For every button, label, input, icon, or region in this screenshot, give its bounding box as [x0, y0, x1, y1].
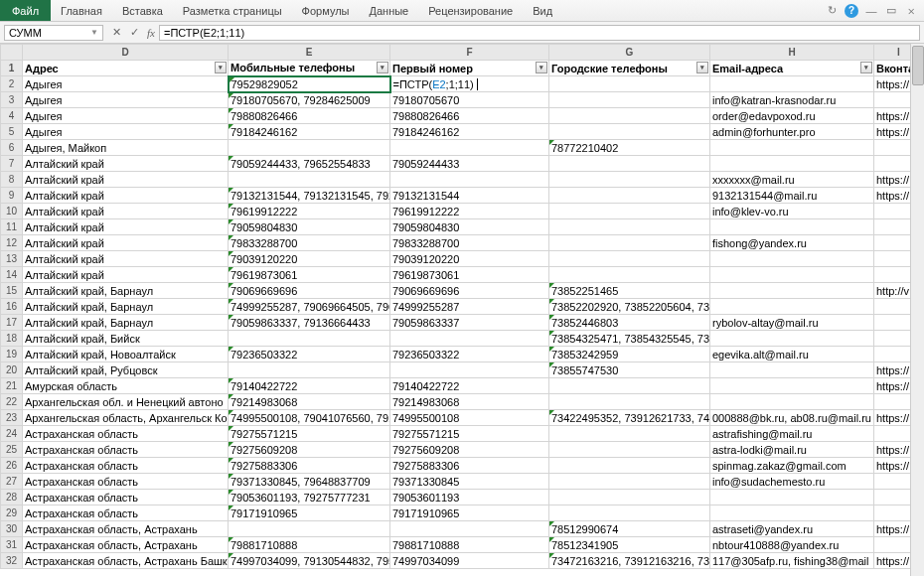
- row-header[interactable]: 31: [1, 537, 23, 553]
- cell[interactable]: 79619912222: [229, 204, 390, 219]
- cell[interactable]: Архангельская область, Архангельск Ко: [23, 410, 229, 426]
- cell[interactable]: 79039120220: [229, 251, 390, 267]
- cell[interactable]: [710, 267, 874, 283]
- cell[interactable]: 79059804830: [390, 219, 549, 235]
- cell[interactable]: rybolov-altay@mail.ru: [710, 315, 874, 331]
- cell[interactable]: =ПСТР(E2;1;11): [390, 76, 549, 92]
- cell[interactable]: [549, 394, 710, 410]
- cell[interactable]: 79236503322: [229, 347, 390, 362]
- cell[interactable]: 74995500108: [390, 410, 549, 426]
- scrollbar-thumb[interactable]: [912, 46, 924, 85]
- cell[interactable]: Архангельская обл. и Ненецкий автоно: [23, 394, 229, 410]
- row-header[interactable]: 9: [1, 188, 23, 204]
- ribbon-tab[interactable]: Рецензирование: [418, 2, 523, 20]
- cell[interactable]: 73852446803: [549, 315, 710, 331]
- col-header-F[interactable]: F: [390, 45, 549, 61]
- cell[interactable]: [549, 76, 710, 92]
- cell[interactable]: Адыгея: [23, 108, 229, 124]
- cell[interactable]: 79053601193, 79275777231: [229, 490, 390, 506]
- cell[interactable]: 79880826466: [229, 108, 390, 124]
- row-header[interactable]: 29: [1, 506, 23, 521]
- cell[interactable]: 79275571215: [229, 426, 390, 442]
- cell[interactable]: 79184246162: [390, 124, 549, 140]
- cell[interactable]: 79171910965: [229, 506, 390, 521]
- cell[interactable]: [710, 299, 874, 315]
- cell[interactable]: 74995500108, 79041076560, 7915: [229, 410, 390, 426]
- cell[interactable]: 79069669696: [229, 283, 390, 299]
- minimize-icon[interactable]: —: [864, 4, 878, 18]
- cell[interactable]: Алтайский край, Барнаул: [23, 299, 229, 315]
- cell[interactable]: 79619912222: [390, 204, 549, 219]
- cell[interactable]: [549, 426, 710, 442]
- cell[interactable]: xxxxxxx@mail.ru: [710, 172, 874, 188]
- cell[interactable]: [710, 140, 874, 156]
- cell[interactable]: Алтайский край: [23, 267, 229, 283]
- cell[interactable]: 79140422722: [229, 378, 390, 394]
- cell[interactable]: info@katran-krasnodar.ru: [710, 92, 874, 108]
- cell[interactable]: [229, 140, 390, 156]
- cell[interactable]: 73422495352, 73912621733, 7495: [549, 410, 710, 426]
- cell[interactable]: Астраханская область, Астрахань: [23, 521, 229, 537]
- cell[interactable]: astra-lodki@mail.ru: [710, 442, 874, 458]
- cell[interactable]: [710, 219, 874, 235]
- cell[interactable]: [549, 458, 710, 474]
- row-header[interactable]: 20: [1, 362, 23, 378]
- cell[interactable]: fishong@yandex.ru: [710, 235, 874, 251]
- row-header[interactable]: 10: [1, 204, 23, 219]
- cell[interactable]: 78772210402: [549, 140, 710, 156]
- ribbon-tab[interactable]: Вставка: [112, 2, 173, 20]
- cell[interactable]: 78512341905: [549, 537, 710, 553]
- cell[interactable]: Амурская область: [23, 378, 229, 394]
- cell[interactable]: Алтайский край, Новоалтайск: [23, 347, 229, 362]
- cell[interactable]: Алтайский край: [23, 188, 229, 204]
- cell[interactable]: [549, 92, 710, 108]
- row-header[interactable]: 14: [1, 267, 23, 283]
- cell[interactable]: Астраханская область, Астрахань Башк: [23, 553, 229, 569]
- cell[interactable]: [549, 235, 710, 251]
- cell[interactable]: 79059863337, 79136664433: [229, 315, 390, 331]
- cell[interactable]: 79236503322: [390, 347, 549, 362]
- cell[interactable]: Астраханская область: [23, 474, 229, 490]
- cell[interactable]: nbtour410888@yandex.ru: [710, 537, 874, 553]
- cell[interactable]: [710, 394, 874, 410]
- cell[interactable]: 79184246162: [229, 124, 390, 140]
- col-header-E[interactable]: E: [229, 45, 390, 61]
- cell[interactable]: 73854325471, 73854325545, 73854326508: [549, 331, 710, 347]
- row-header[interactable]: 24: [1, 426, 23, 442]
- cell[interactable]: 000888@bk.ru, ab08.ru@mail.ru: [710, 410, 874, 426]
- row-header[interactable]: 1: [1, 61, 23, 76]
- row-header[interactable]: 12: [1, 235, 23, 251]
- cell[interactable]: 79619873061: [229, 267, 390, 283]
- ribbon-tab[interactable]: Данные: [359, 2, 418, 20]
- cell[interactable]: Астраханская область: [23, 490, 229, 506]
- cell[interactable]: Алтайский край: [23, 156, 229, 172]
- cell[interactable]: [229, 172, 390, 188]
- cell[interactable]: [710, 331, 874, 347]
- cell[interactable]: spinmag.zakaz@gmail.com: [710, 458, 874, 474]
- cell[interactable]: 117@305afp.ru, fishing38@mail: [710, 553, 874, 569]
- cell[interactable]: 74997034099: [390, 553, 549, 569]
- row-header[interactable]: 11: [1, 219, 23, 235]
- row-header[interactable]: 25: [1, 442, 23, 458]
- file-tab[interactable]: Файл: [0, 0, 51, 21]
- row-header[interactable]: 26: [1, 458, 23, 474]
- cell[interactable]: [710, 490, 874, 506]
- cell[interactable]: [710, 283, 874, 299]
- formula-input[interactable]: =ПСТР(E2;1;11): [159, 25, 920, 41]
- cell[interactable]: Астраханская область: [23, 458, 229, 474]
- spreadsheet-grid[interactable]: DEFGHI1Адрес▾Мобильные телефоны▾Первый н…: [0, 44, 924, 576]
- cell[interactable]: 73852202920, 73852205604, 73852205625, 7…: [549, 299, 710, 315]
- row-header[interactable]: 21: [1, 378, 23, 394]
- row-header[interactable]: 5: [1, 124, 23, 140]
- cell[interactable]: Астраханская область, Астрахань: [23, 537, 229, 553]
- cell[interactable]: 73853242959: [549, 347, 710, 362]
- row-header[interactable]: 6: [1, 140, 23, 156]
- cell[interactable]: [549, 172, 710, 188]
- cell[interactable]: [390, 331, 549, 347]
- ribbon-tab[interactable]: Вид: [523, 2, 562, 20]
- cell[interactable]: 79275883306: [390, 458, 549, 474]
- cell[interactable]: Астраханская область: [23, 442, 229, 458]
- cell[interactable]: [390, 521, 549, 537]
- cell[interactable]: 79059244433, 79652554833: [229, 156, 390, 172]
- help-icon[interactable]: ?: [845, 4, 858, 18]
